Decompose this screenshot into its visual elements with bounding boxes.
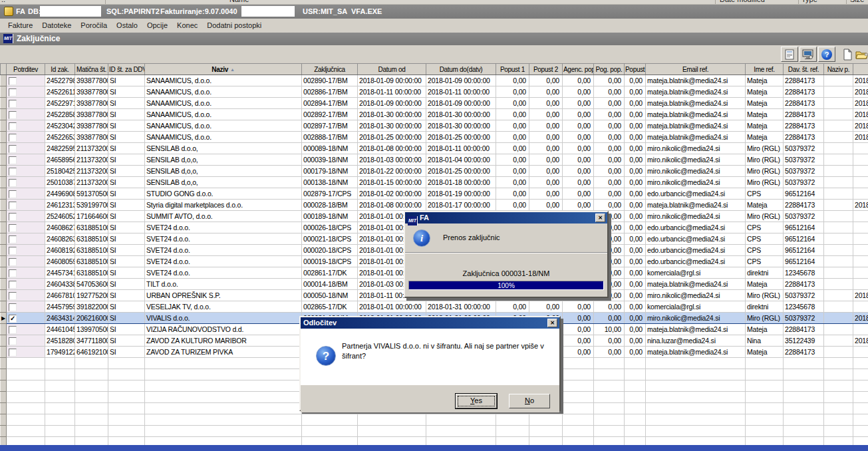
cell[interactable]: 3938778000: [75, 120, 108, 132]
menu-item-porocila[interactable]: Poročila: [76, 20, 112, 31]
column-header[interactable]: Naziv▲: [145, 64, 302, 75]
cell[interactable]: miro.nikolic@media24.si: [646, 177, 746, 188]
cell[interactable]: 2113732000: [75, 154, 108, 166]
row-marker[interactable]: [1, 132, 7, 143]
cell[interactable]: SVET24 d.o.o.: [145, 245, 302, 256]
cell[interactable]: SENSILAB d.o.o,: [145, 143, 302, 154]
menu-item-konec[interactable]: Konec: [172, 20, 202, 31]
cell[interactable]: 0,00: [563, 313, 594, 324]
cell[interactable]: [824, 245, 853, 256]
cell[interactable]: 22884173: [784, 132, 824, 143]
cell[interactable]: [824, 233, 853, 245]
cell[interactable]: 24608192: [45, 245, 75, 256]
cell[interactable]: [853, 347, 868, 358]
cell[interactable]: 0,00: [529, 86, 563, 98]
new-document-icon[interactable]: [839, 47, 855, 62]
cell[interactable]: 0,00: [563, 132, 594, 143]
cell[interactable]: [824, 86, 853, 98]
cell[interactable]: 2018-01-25 00:00:00: [358, 132, 426, 143]
cell[interactable]: 0,00: [496, 109, 529, 120]
cell[interactable]: 0,00: [563, 347, 594, 358]
cell[interactable]: 2018: [853, 132, 868, 143]
cell[interactable]: [853, 222, 868, 233]
row-marker[interactable]: [1, 177, 7, 188]
cell[interactable]: 0,00: [594, 143, 625, 154]
cell[interactable]: edo.urbancic@media24.si: [646, 256, 746, 267]
cell[interactable]: 24608263: [45, 233, 75, 245]
table-row[interactable]: 246123135391997000SIStyria digital marke…: [1, 200, 868, 211]
cell[interactable]: 50379372: [784, 177, 824, 188]
cell[interactable]: mateja.blatnik@media24.si: [646, 200, 746, 211]
cell[interactable]: 0,00: [625, 132, 646, 143]
cell[interactable]: 24523042: [45, 120, 75, 132]
cell[interactable]: 1716646000: [75, 211, 108, 222]
cell[interactable]: 002890-17/BM: [302, 75, 358, 86]
row-checkbox[interactable]: [9, 303, 17, 311]
cell[interactable]: 22884173: [784, 75, 824, 86]
column-header[interactable]: Dav. št. ref.: [784, 64, 824, 75]
cell[interactable]: 12345678: [784, 301, 824, 313]
cell[interactable]: 0,00: [594, 188, 625, 200]
row-checkbox[interactable]: [9, 202, 17, 210]
cell[interactable]: 0,00: [529, 98, 563, 109]
cell[interactable]: SI: [108, 86, 145, 98]
row-marker[interactable]: [1, 98, 7, 109]
cell[interactable]: Miro (RGL): [746, 166, 784, 177]
cell[interactable]: 24658956: [45, 154, 75, 166]
cell[interactable]: 2018-01-25 00:00:00: [426, 166, 496, 177]
cell[interactable]: SI: [108, 200, 145, 211]
cell[interactable]: 2018-01-09 00:00:00: [426, 98, 496, 109]
cell[interactable]: SI: [108, 267, 145, 279]
column-header[interactable]: Matična št.: [75, 64, 108, 75]
row-marker[interactable]: [1, 86, 7, 98]
cell[interactable]: [824, 267, 853, 279]
row-checkbox[interactable]: [9, 179, 17, 187]
cell[interactable]: [824, 166, 853, 177]
cell[interactable]: SI: [108, 222, 145, 233]
cell[interactable]: 6318851000: [75, 245, 108, 256]
cell[interactable]: 0,00: [594, 347, 625, 358]
row-checkbox[interactable]: [9, 122, 17, 130]
row-marker[interactable]: [1, 358, 7, 369]
column-header[interactable]: Datum do(datv): [426, 64, 496, 75]
cell[interactable]: 24612313: [45, 200, 75, 211]
column-header[interactable]: Pog. pop.: [594, 64, 625, 75]
cell[interactable]: 24608627: [45, 222, 75, 233]
cell[interactable]: [824, 279, 853, 290]
table-row[interactable]: 246589562113732000SISENSILAB d,o,o,00003…: [1, 154, 868, 166]
row-marker[interactable]: [1, 335, 7, 347]
cell[interactable]: 0,00: [625, 98, 646, 109]
column-header[interactable]: Popust 2: [529, 64, 563, 75]
cell[interactable]: 3938778000: [75, 86, 108, 98]
cell[interactable]: 50379372: [784, 143, 824, 154]
cell[interactable]: SVET24 d.o.o.: [145, 222, 302, 233]
row-marker[interactable]: [1, 120, 7, 132]
cell[interactable]: 96512164: [784, 233, 824, 245]
cell[interactable]: 0,00: [563, 143, 594, 154]
column-header[interactable]: Email ref.: [646, 64, 746, 75]
cell[interactable]: 24667810: [45, 290, 75, 301]
cell[interactable]: SI: [108, 245, 145, 256]
cell[interactable]: 35122439: [784, 335, 824, 347]
row-marker[interactable]: [1, 245, 7, 256]
cell[interactable]: [824, 177, 853, 188]
cell[interactable]: 002888-17/BM: [302, 132, 358, 143]
cell[interactable]: 2018-01-19 00:00:00: [426, 188, 496, 200]
table-row[interactable]: 245228583938778000SISANAAMICUS, d.o.o.00…: [1, 109, 868, 120]
cell[interactable]: CPS: [746, 222, 784, 233]
cell[interactable]: [853, 245, 868, 256]
cell[interactable]: 0,00: [529, 188, 563, 200]
cell[interactable]: 3938778000: [75, 132, 108, 143]
cell[interactable]: 0,00: [529, 154, 563, 166]
row-checkbox[interactable]: [9, 134, 17, 142]
cell[interactable]: 50379372: [784, 313, 824, 324]
help-icon[interactable]: ?: [818, 47, 835, 62]
column-header[interactable]: Id zak.: [45, 64, 75, 75]
cell[interactable]: 0,00: [625, 279, 646, 290]
cell[interactable]: [853, 211, 868, 222]
row-marker[interactable]: [1, 211, 7, 222]
cell[interactable]: 0,00: [625, 154, 646, 166]
cell[interactable]: 2018-01-30 00:00:00: [358, 120, 426, 132]
cell[interactable]: 000028-18/BM: [302, 200, 358, 211]
cell[interactable]: 000014-18/BM: [302, 279, 358, 290]
